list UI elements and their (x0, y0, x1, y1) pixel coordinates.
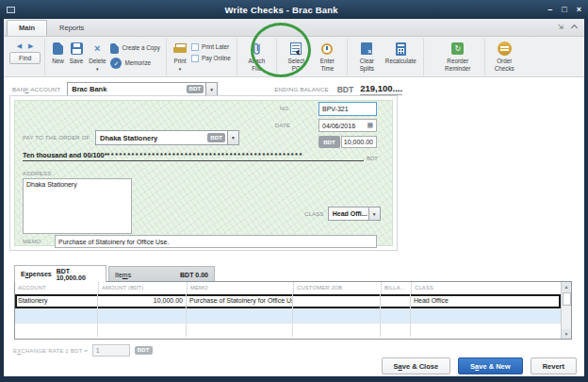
copy-icon (110, 43, 119, 54)
scroll-up-icon[interactable]: ▲ (562, 282, 571, 291)
chevron-down-icon: ▾ (96, 67, 99, 72)
cell-account[interactable]: Stationery (15, 294, 98, 308)
address-box[interactable]: Dhaka Stationery (23, 178, 132, 234)
clock-icon (321, 43, 333, 55)
enter-time-button[interactable]: Enter Time (312, 40, 343, 74)
chevron-down-icon[interactable]: ▾ (227, 131, 238, 144)
memorize-icon: ✓ (110, 58, 122, 69)
window-title: Write Checks - Brac Bank (15, 5, 547, 15)
tab-main[interactable]: Main (7, 20, 47, 36)
memo-input[interactable] (55, 235, 377, 248)
column-header[interactable]: CUSTOMER:JOB (293, 282, 381, 294)
class-select[interactable]: Head Offi... ▾ (328, 207, 381, 221)
date-value: 04/06/2016 (322, 123, 355, 129)
delete-label: Delete (89, 58, 106, 65)
chevron-down-icon[interactable]: ▾ (205, 83, 217, 96)
calendar-icon[interactable]: ▦ (367, 122, 373, 129)
currency-chip: BDT (207, 133, 225, 141)
exchange-rate-label: EXCHANGE RATE 1 BDT = (13, 348, 88, 354)
cell-billable[interactable] (381, 294, 411, 308)
checkbox-icon[interactable] (191, 55, 199, 62)
back-icon[interactable]: ◀ (17, 42, 22, 49)
address-label: ADDRESS (23, 171, 51, 176)
class-row: CLASS Head Offi... ▾ (304, 207, 381, 221)
amount-in-words: Ten thousand and 00/100*****************… (23, 151, 378, 161)
write-checks-window: Write Checks - Brac Bank – □ × Main Repo… (0, 0, 588, 382)
cell-customer-job[interactable] (293, 294, 381, 308)
order-checks-button[interactable]: Order Checks (489, 40, 520, 74)
amount-words-stars: ****************************************… (106, 151, 302, 159)
pay-online-checkbox[interactable]: Pay Online (191, 55, 231, 62)
table-row[interactable]: Stationery 10,000.00 Purchase of Statoin… (15, 294, 561, 309)
save-close-button[interactable]: Save & Close (382, 357, 451, 374)
find-label[interactable]: Find (9, 52, 41, 64)
clear-splits-button[interactable]: × Clear Splits (351, 40, 383, 74)
items-label: Items (115, 272, 131, 278)
tab-expenses[interactable]: Expenses BDT 10,000.00 (14, 265, 106, 282)
amount-input[interactable]: 10,000.00 (341, 136, 377, 148)
expenses-label: Expenses (21, 271, 52, 277)
cell-class[interactable]: Head Office (411, 294, 561, 308)
attach-file-button[interactable]: Attach File (241, 40, 272, 74)
close-button[interactable]: × (577, 6, 581, 14)
minimize-button[interactable]: – (547, 6, 552, 14)
print-later-checkbox[interactable]: Print Later (191, 43, 231, 51)
memorize-button[interactable]: ✓ Memorize (110, 58, 160, 69)
create-copy-button[interactable]: Create a Copy (110, 43, 160, 54)
column-header[interactable]: ACCOUNT (15, 282, 98, 294)
column-header[interactable]: BILLA... (381, 282, 411, 294)
save-new-button[interactable]: Save & New (458, 357, 523, 374)
order-checks-icon (498, 42, 512, 56)
recalculate-button[interactable]: Recalculate (383, 40, 419, 67)
maximize-button[interactable]: □ (562, 6, 566, 14)
chevron-down-icon[interactable]: ▾ (368, 208, 380, 220)
print-button[interactable]: Print ▾ (171, 40, 189, 74)
tab-reports[interactable]: Reports (47, 20, 96, 36)
reorder-reminder-button[interactable]: ↻ Reorder Reminder (435, 40, 481, 74)
table-row-empty[interactable] (15, 309, 561, 324)
delete-icon: × (94, 43, 100, 54)
memo-label: MEMO (23, 239, 41, 244)
column-header[interactable]: MEMO (187, 282, 293, 294)
title-bar: Write Checks - Brac Bank – □ × (0, 0, 588, 19)
currency-chip: BDT (135, 346, 153, 355)
expenses-amount: BDT 10,000.00 (57, 268, 100, 281)
recalculate-label: Recalculate (385, 58, 416, 65)
date-input[interactable]: 04/06/2016 ▦ (318, 119, 377, 132)
revert-button[interactable]: Revert (531, 357, 577, 374)
payee-select[interactable]: Dhaka Stationery BDT ▾ (95, 130, 239, 145)
exchange-rate-input[interactable] (92, 344, 130, 357)
find-group: ◀ ▶ Find (6, 39, 45, 75)
save-button[interactable]: Save (67, 40, 86, 67)
address-value: Dhaka Stationery (26, 181, 77, 188)
new-button[interactable]: New (49, 40, 67, 67)
window-body: Main Reports ⇲ ◀ ▶ Find (0, 19, 588, 382)
scrollbar-thumb[interactable] (563, 292, 571, 306)
reorder-icon: ↻ (451, 42, 464, 55)
column-header[interactable]: AMOUNT (BDT) (98, 282, 187, 294)
table-scrollbar[interactable]: ▲ ▼ (561, 282, 571, 339)
cell-amount[interactable]: 10,000.00 (98, 294, 187, 308)
save-label: Save (70, 58, 83, 65)
check-no-input[interactable] (318, 102, 377, 116)
currency-chip: BDT (187, 85, 204, 93)
collapse-ribbon-icon[interactable] (571, 25, 578, 31)
amount-words-text: Ten thousand and 00/100* (23, 151, 106, 159)
tab-items[interactable]: Items BDT 0.00 (108, 266, 215, 282)
ending-balance-currency: BDT (337, 85, 353, 94)
po-time-group: Select PO Enter Time (277, 39, 348, 75)
table-row-empty[interactable] (15, 324, 561, 337)
calculator-icon (396, 42, 406, 56)
forward-icon[interactable]: ▶ (28, 42, 33, 49)
enter-time-label: Enter Time (315, 58, 340, 72)
delete-button[interactable]: × Delete ▾ (86, 40, 108, 74)
create-copy-label: Create a Copy (122, 45, 160, 51)
new-document-icon (53, 42, 63, 55)
select-po-button[interactable]: Select PO (281, 40, 312, 74)
find-button[interactable]: ◀ ▶ Find (9, 40, 41, 64)
checkbox-icon[interactable] (191, 43, 199, 51)
scroll-down-icon[interactable]: ▼ (562, 329, 571, 339)
column-header[interactable]: CLASS (411, 282, 561, 294)
cell-memo[interactable]: Purchase of Statoinery for Office Use. (187, 294, 293, 308)
dock-window-icon[interactable]: ⇲ (558, 23, 564, 31)
